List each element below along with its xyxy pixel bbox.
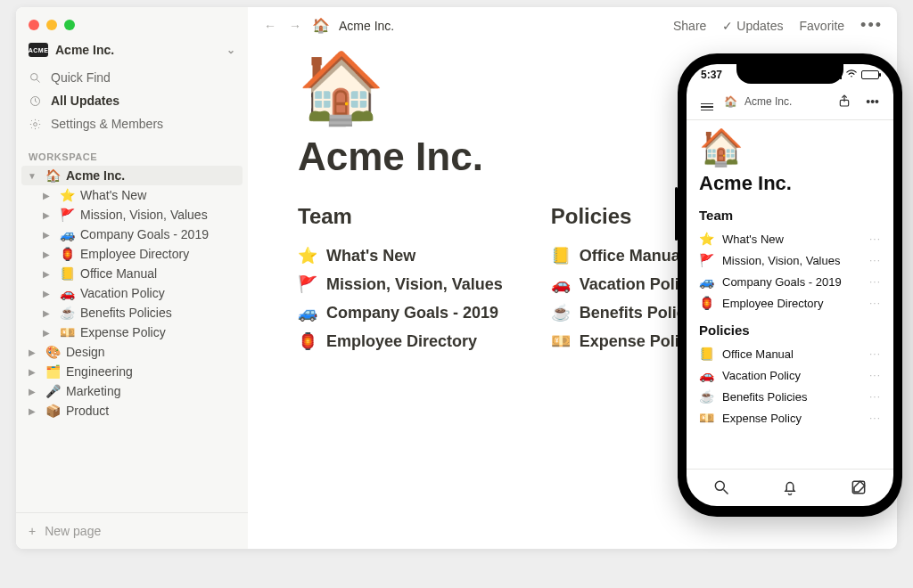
phone-breadcrumb[interactable]: Acme Inc.	[744, 95, 792, 108]
row-more-icon[interactable]: ···	[869, 297, 881, 309]
sidebar-utilities: Quick Find All Updates Settings & Member…	[16, 61, 248, 141]
page-icon: 🚙	[59, 227, 75, 241]
nav-back-button[interactable]: ←	[262, 19, 278, 33]
phone-notifications-button[interactable]	[781, 478, 799, 499]
all-updates-button[interactable]: All Updates	[16, 89, 248, 112]
page-icon: 🚗	[59, 286, 75, 300]
phone-page-link[interactable]: 💴Expense Policy···	[699, 407, 881, 429]
chevron-right-icon[interactable]	[25, 406, 39, 416]
workspace-switcher[interactable]: ACME Acme Inc. ⌄	[16, 39, 248, 61]
page-link-icon: ⭐	[298, 246, 317, 265]
tree-item[interactable]: 📒Office Manual	[36, 264, 243, 283]
page-link-icon: 🚙	[298, 303, 317, 323]
page-link-icon: 💴	[699, 411, 715, 425]
chevron-right-icon[interactable]	[39, 191, 53, 200]
page-link[interactable]: 🏮Employee Directory	[298, 327, 503, 355]
phone-page-link[interactable]: 🏮Employee Directory···	[699, 292, 881, 314]
phone-menu-button[interactable]	[697, 91, 717, 112]
chevron-right-icon[interactable]	[39, 249, 53, 259]
chevron-right-icon[interactable]	[25, 367, 39, 377]
phone-page-link[interactable]: 🚗Vacation Policy···	[699, 364, 881, 386]
tree-item-label: What's New	[80, 188, 146, 202]
phone-search-button[interactable]	[712, 478, 730, 499]
phone-page-title[interactable]: Acme Inc.	[699, 172, 881, 195]
page-link-label: Mission, Vision, Values	[722, 254, 840, 267]
tree-item-product[interactable]: 📦Product	[21, 401, 243, 421]
phone-page-link[interactable]: 🚩Mission, Vision, Values···	[699, 249, 881, 271]
row-more-icon[interactable]: ···	[869, 254, 881, 266]
tree-item-label: Company Goals - 2019	[80, 227, 209, 241]
tree-item[interactable]: 💴Expense Policy	[36, 323, 243, 342]
svg-point-3	[34, 122, 37, 126]
nav-forward-button[interactable]: →	[287, 19, 303, 33]
close-traffic-light[interactable]	[29, 20, 39, 30]
clock-icon	[29, 94, 42, 108]
chevron-right-icon[interactable]	[39, 328, 53, 338]
row-more-icon[interactable]: ···	[869, 390, 881, 403]
zoom-traffic-light[interactable]	[64, 20, 75, 30]
chevron-right-icon[interactable]	[39, 230, 53, 240]
page-link-icon: 🚙	[699, 274, 715, 289]
page-link[interactable]: 🚩Mission, Vision, Values	[298, 270, 503, 298]
phone-share-button[interactable]	[834, 92, 855, 112]
chevron-right-icon[interactable]	[39, 269, 53, 279]
phone-compose-button[interactable]	[850, 478, 868, 499]
more-button[interactable]: •••	[860, 16, 883, 35]
row-more-icon[interactable]: ···	[869, 347, 881, 360]
chevron-right-icon[interactable]	[39, 308, 53, 318]
phone-status-bar: 5:37	[687, 69, 893, 81]
tree-item-label: Office Manual	[80, 266, 157, 281]
minimize-traffic-light[interactable]	[46, 20, 57, 30]
chevron-right-icon[interactable]	[25, 347, 39, 357]
column-team: Team ⭐What's New 🚩Mission, Vision, Value…	[298, 204, 503, 355]
breadcrumb-icon: 🏠	[312, 17, 330, 34]
page-link-icon: 🚩	[699, 253, 715, 267]
page-link-label: Employee Directory	[326, 332, 477, 351]
tree-item-label: Design	[66, 345, 105, 359]
page-link[interactable]: 🚙Company Goals - 2019	[298, 298, 503, 327]
tree-item-engineering[interactable]: 🗂️Engineering	[21, 362, 243, 381]
tree-item[interactable]: ☕Benefits Policies	[36, 303, 243, 323]
chevron-down-icon[interactable]	[25, 171, 39, 181]
row-more-icon[interactable]: ···	[869, 369, 881, 381]
page-link-label: Expense Policy	[722, 412, 802, 425]
plus-icon: +	[29, 524, 36, 538]
page-link[interactable]: ⭐What's New	[298, 241, 503, 270]
tree-item-label: Benefits Policies	[80, 306, 172, 320]
breadcrumb[interactable]: Acme Inc.	[339, 19, 394, 33]
tree-item[interactable]: ⭐What's New	[36, 185, 243, 205]
topbar-actions: Share ✓ Updates Favorite •••	[673, 16, 883, 35]
row-more-icon[interactable]: ···	[869, 275, 881, 288]
tree-item[interactable]: 🚙Company Goals - 2019	[36, 225, 243, 244]
page-link-label: Benefits Policies	[722, 390, 807, 404]
phone-page-link[interactable]: ⭐What's New···	[699, 228, 881, 249]
phone-more-button[interactable]: •••	[862, 93, 883, 110]
share-button[interactable]: Share	[673, 19, 706, 33]
tree-item-label: Vacation Policy	[80, 286, 165, 300]
chevron-right-icon[interactable]	[25, 387, 39, 396]
favorite-button[interactable]: Favorite	[800, 19, 845, 33]
chevron-right-icon[interactable]	[39, 210, 53, 220]
tree-item-marketing[interactable]: 🎤Marketing	[21, 381, 243, 401]
row-more-icon[interactable]: ···	[869, 233, 881, 245]
hamburger-icon	[701, 103, 713, 111]
updates-button[interactable]: ✓ Updates	[722, 19, 783, 33]
updates-label: Updates	[736, 19, 783, 33]
new-page-button[interactable]: + New page	[16, 512, 248, 549]
tree-root-acme[interactable]: 🏠 Acme Inc.	[21, 166, 243, 185]
tree-item[interactable]: 🚗Vacation Policy	[36, 283, 243, 303]
settings-button[interactable]: Settings & Members	[16, 112, 248, 135]
svg-line-7	[723, 490, 728, 494]
phone-page-link[interactable]: 📒Office Manual···	[699, 343, 881, 364]
chevron-right-icon[interactable]	[39, 289, 53, 298]
row-more-icon[interactable]: ···	[869, 412, 881, 424]
phone-page-emoji[interactable]: 🏠	[699, 129, 881, 165]
tree-item[interactable]: 🏮Employee Directory	[36, 244, 243, 264]
quick-find-button[interactable]: Quick Find	[16, 66, 248, 89]
tree-item-design[interactable]: 🎨Design	[21, 342, 243, 362]
phone-page-link[interactable]: 🚙Company Goals - 2019···	[699, 271, 881, 292]
phone-page-link[interactable]: ☕Benefits Policies···	[699, 386, 881, 407]
tree-item[interactable]: 🚩Mission, Vision, Values	[36, 205, 243, 225]
page-link-icon: 🚗	[699, 368, 715, 382]
compose-icon	[850, 478, 868, 496]
